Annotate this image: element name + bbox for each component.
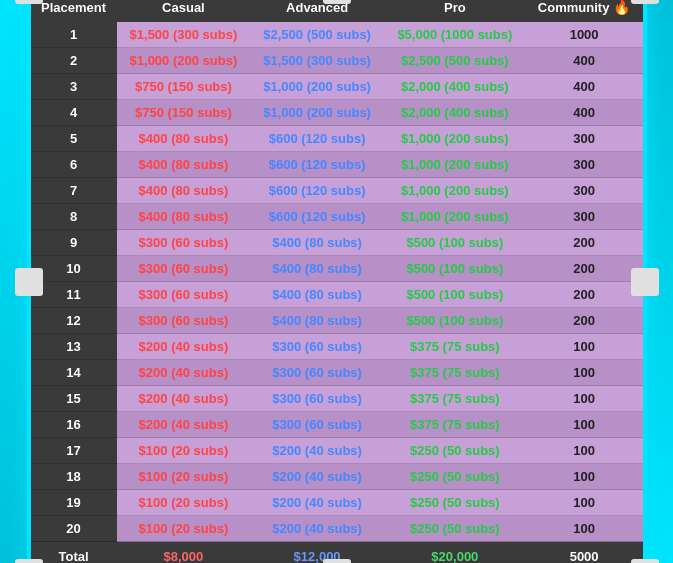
cell-advanced: $200 (40 subs) xyxy=(250,464,384,490)
cell-casual: $400 (80 subs) xyxy=(117,204,251,230)
cell-community: 1000 xyxy=(526,22,643,48)
cell-pro: $250 (50 subs) xyxy=(384,516,526,542)
cell-pro: $1,000 (200 subs) xyxy=(384,126,526,152)
cell-advanced: $300 (60 subs) xyxy=(250,360,384,386)
cell-advanced: $200 (40 subs) xyxy=(250,516,384,542)
cell-casual: $1,000 (200 subs) xyxy=(117,48,251,74)
footer-pro: $20,000 xyxy=(384,542,526,564)
cell-place: 16 xyxy=(31,412,117,438)
cell-advanced: $1,500 (300 subs) xyxy=(250,48,384,74)
cell-pro: $250 (50 subs) xyxy=(384,464,526,490)
cell-casual: $300 (60 subs) xyxy=(117,308,251,334)
corner-bl xyxy=(15,559,43,563)
cell-pro: $1,000 (200 subs) xyxy=(384,178,526,204)
cell-advanced: $2,500 (500 subs) xyxy=(250,22,384,48)
cell-pro: $250 (50 subs) xyxy=(384,438,526,464)
cell-community: 100 xyxy=(526,516,643,542)
cell-casual: $100 (20 subs) xyxy=(117,490,251,516)
cell-advanced: $400 (80 subs) xyxy=(250,256,384,282)
cell-advanced: $1,000 (200 subs) xyxy=(250,74,384,100)
cell-advanced: $300 (60 subs) xyxy=(250,412,384,438)
cell-pro: $375 (75 subs) xyxy=(384,412,526,438)
fire-icon: 🔥 xyxy=(613,0,630,15)
col-pro: Pro xyxy=(384,0,526,22)
cell-advanced: $400 (80 subs) xyxy=(250,282,384,308)
footer-casual: $8,000 xyxy=(117,542,251,564)
table-row: 4 $750 (150 subs) $1,000 (200 subs) $2,0… xyxy=(31,100,643,126)
cell-casual: $400 (80 subs) xyxy=(117,152,251,178)
table-row: 3 $750 (150 subs) $1,000 (200 subs) $2,0… xyxy=(31,74,643,100)
table-row: 13 $200 (40 subs) $300 (60 subs) $375 (7… xyxy=(31,334,643,360)
cell-community: 200 xyxy=(526,308,643,334)
cell-pro: $2,500 (500 subs) xyxy=(384,48,526,74)
corner-tl xyxy=(15,0,43,4)
outer-frame: Placement Casual Advanced Pro Community xyxy=(27,0,647,563)
edge-right xyxy=(631,268,659,296)
table-row: 1 $1,500 (300 subs) $2,500 (500 subs) $5… xyxy=(31,22,643,48)
cell-advanced: $600 (120 subs) xyxy=(250,178,384,204)
cell-community: 100 xyxy=(526,464,643,490)
cell-casual: $100 (20 subs) xyxy=(117,516,251,542)
cell-pro: $2,000 (400 subs) xyxy=(384,100,526,126)
cell-community: 300 xyxy=(526,152,643,178)
cell-casual: $200 (40 subs) xyxy=(117,386,251,412)
cell-place: 19 xyxy=(31,490,117,516)
cell-casual: $400 (80 subs) xyxy=(117,126,251,152)
table-row: 16 $200 (40 subs) $300 (60 subs) $375 (7… xyxy=(31,412,643,438)
cell-advanced: $400 (80 subs) xyxy=(250,230,384,256)
cell-place: 14 xyxy=(31,360,117,386)
cell-community: 100 xyxy=(526,360,643,386)
cell-casual: $200 (40 subs) xyxy=(117,360,251,386)
footer-community: 5000 xyxy=(526,542,643,564)
cell-community: 100 xyxy=(526,386,643,412)
cell-place: 20 xyxy=(31,516,117,542)
footer-advanced: $12,000 xyxy=(250,542,384,564)
cell-pro: $250 (50 subs) xyxy=(384,490,526,516)
cell-advanced: $300 (60 subs) xyxy=(250,334,384,360)
cell-casual: $100 (20 subs) xyxy=(117,438,251,464)
table-row: 9 $300 (60 subs) $400 (80 subs) $500 (10… xyxy=(31,230,643,256)
col-placement: Placement xyxy=(31,0,117,22)
cell-community: 100 xyxy=(526,438,643,464)
cell-place: 8 xyxy=(31,204,117,230)
table-row: 14 $200 (40 subs) $300 (60 subs) $375 (7… xyxy=(31,360,643,386)
cell-place: 17 xyxy=(31,438,117,464)
table-row: 19 $100 (20 subs) $200 (40 subs) $250 (5… xyxy=(31,490,643,516)
cell-casual: $300 (60 subs) xyxy=(117,230,251,256)
cell-advanced: $300 (60 subs) xyxy=(250,386,384,412)
cell-casual: $300 (60 subs) xyxy=(117,256,251,282)
table-row: 11 $300 (60 subs) $400 (80 subs) $500 (1… xyxy=(31,282,643,308)
cell-pro: $5,000 (1000 subs) xyxy=(384,22,526,48)
prize-table-wrapper: Placement Casual Advanced Pro Community xyxy=(27,0,647,563)
cell-place: 3 xyxy=(31,74,117,100)
col-community: Community 🔥 xyxy=(526,0,643,22)
cell-casual: $400 (80 subs) xyxy=(117,178,251,204)
cell-place: 1 xyxy=(31,22,117,48)
cell-place: 6 xyxy=(31,152,117,178)
prize-table: Placement Casual Advanced Pro Community xyxy=(31,0,643,563)
cell-community: 100 xyxy=(526,334,643,360)
cell-pro: $500 (100 subs) xyxy=(384,256,526,282)
cell-advanced: $200 (40 subs) xyxy=(250,490,384,516)
cell-community: 200 xyxy=(526,256,643,282)
cell-community: 400 xyxy=(526,48,643,74)
cell-community: 300 xyxy=(526,126,643,152)
col-advanced: Advanced xyxy=(250,0,384,22)
cell-advanced: $200 (40 subs) xyxy=(250,438,384,464)
cell-advanced: $600 (120 subs) xyxy=(250,204,384,230)
cell-pro: $500 (100 subs) xyxy=(384,308,526,334)
table-row: 18 $100 (20 subs) $200 (40 subs) $250 (5… xyxy=(31,464,643,490)
cell-advanced: $400 (80 subs) xyxy=(250,308,384,334)
cell-pro: $375 (75 subs) xyxy=(384,360,526,386)
cell-community: 200 xyxy=(526,282,643,308)
cell-community: 200 xyxy=(526,230,643,256)
edge-bottom xyxy=(323,559,351,563)
cell-pro: $375 (75 subs) xyxy=(384,386,526,412)
cell-community: 100 xyxy=(526,490,643,516)
cell-community: 400 xyxy=(526,74,643,100)
cell-casual: $200 (40 subs) xyxy=(117,334,251,360)
cell-place: 13 xyxy=(31,334,117,360)
cell-pro: $1,000 (200 subs) xyxy=(384,152,526,178)
footer-label: Total xyxy=(31,542,117,564)
cell-casual: $200 (40 subs) xyxy=(117,412,251,438)
